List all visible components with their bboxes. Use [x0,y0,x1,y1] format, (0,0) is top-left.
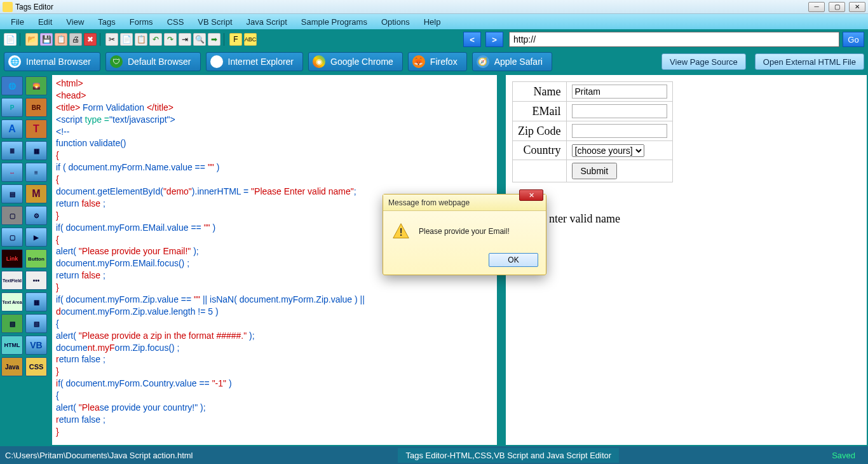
tool-grid2[interactable]: ▦ [25,292,47,311]
tool-img1[interactable]: ▧ [1,314,23,333]
tool-box[interactable]: ▢ [1,206,23,225]
nav-back-button[interactable]: < [463,32,481,47]
tool-t[interactable]: T [25,119,47,139]
tool-vb[interactable]: VB [25,336,47,355]
find-icon[interactable]: 🔍 [193,33,206,46]
indent-icon[interactable]: ⇥ [179,33,191,46]
maximize-button[interactable]: ▢ [829,2,845,12]
run-icon[interactable]: ➡ [208,33,220,46]
tool-br[interactable]: BR [25,98,47,117]
browser-safari[interactable]: 🧭Apple Safari [472,52,552,71]
close-button[interactable]: ✕ [849,2,865,12]
tool-play[interactable]: ▶ [25,228,47,247]
tool-image[interactable]: 🌄 [25,76,47,95]
dialog-title: Message from webpage [388,198,470,207]
cut-icon[interactable]: ✂ [105,33,118,46]
tool-button[interactable]: Button [25,249,47,268]
browser-firefox[interactable]: 🦊Firefox [408,52,467,71]
tool-p[interactable]: P [1,98,23,117]
warning-icon: ! [392,222,410,240]
window-title: Tags Editor [15,3,808,11]
chrome-icon: ◉ [313,55,325,68]
saveall-icon[interactable]: 📋 [55,33,67,46]
email-input[interactable] [572,104,667,118]
tool-table[interactable]: ▦ [25,141,47,160]
abc-icon[interactable]: ABC [244,33,257,46]
tool-html[interactable]: HTML [1,336,23,355]
status-path: C:\Users\Pritam\Documents\Java Script ac… [5,451,193,460]
browser-label: Apple Safari [494,57,543,67]
browser-chrome[interactable]: ◉Google Chrome [308,52,403,71]
name-input[interactable] [572,85,667,99]
dialog-ok-button[interactable]: OK [489,253,538,267]
nav-forward-button[interactable]: > [485,32,503,47]
undo-icon[interactable]: ↶ [149,33,162,46]
tool-dots[interactable]: ••• [25,271,47,290]
tool-gear[interactable]: ⚙ [25,206,47,225]
font-icon[interactable]: F [229,33,242,46]
open-external-button[interactable]: Open External HTML File [755,53,864,70]
print-icon[interactable]: 🖨 [69,33,82,46]
browser-label: Internet Explorer [228,57,294,67]
tool-hr[interactable]: ↔ [1,163,23,182]
menu-sample[interactable]: Sample Programs [294,15,374,29]
view-page-source-button[interactable]: View Page Source [661,53,746,70]
browser-default[interactable]: 🛡Default Browser [105,52,201,71]
menu-help[interactable]: Help [417,15,448,29]
tool-m[interactable]: M [25,184,47,203]
tool-a[interactable]: A [1,119,23,139]
save-icon[interactable]: 💾 [40,33,53,46]
menu-view[interactable]: View [59,15,91,29]
redo-icon[interactable]: ↷ [164,33,177,46]
minimize-button[interactable]: ─ [808,2,825,12]
tool-rows[interactable]: ▤ [1,184,23,203]
country-label: Country [513,141,567,160]
new-icon[interactable]: 📄 [4,33,17,46]
tool-list[interactable]: ≣ [1,141,23,160]
copy-icon[interactable]: 📄 [120,33,133,46]
menu-javascript[interactable]: Java Script [240,15,294,29]
menu-edit[interactable]: Edit [31,15,59,29]
globe-icon: 🌐 [8,55,21,68]
alert-dialog: Message from webpage ✕ ! Please provide … [383,194,546,275]
tool-textarea[interactable]: Text Area [1,292,23,311]
paste-icon[interactable]: 📋 [135,33,147,46]
menu-forms[interactable]: Forms [123,15,160,29]
menu-options[interactable]: Options [374,15,417,29]
demo-output: nter valid name [549,212,620,226]
left-toolbox: 🌐 🌄 P BR A T ≣ ▦ ↔ ≡ ▤ M ▢ ⚙ ▢ ▶ Link Bu… [0,74,51,446]
statusbar: C:\Users\Pritam\Documents\Java Script ac… [0,446,868,464]
go-button[interactable]: Go [843,32,864,47]
submit-button[interactable] [572,163,618,179]
menubar: File Edit View Tags Forms CSS VB Script … [0,14,868,29]
tool-css[interactable]: CSS [25,357,47,376]
open-icon[interactable]: 📂 [25,33,38,46]
menu-css[interactable]: CSS [160,15,191,29]
browser-label: Google Chrome [330,57,393,67]
tool-img2[interactable]: ▧ [25,314,47,333]
menu-tags[interactable]: Tags [91,15,122,29]
menu-vbscript[interactable]: VB Script [191,15,239,29]
delete-icon[interactable]: ✖ [84,33,97,46]
tool-java[interactable]: Java [1,357,23,376]
tool-textfield[interactable]: TextField [1,271,23,290]
firefox-icon: 🦊 [412,55,425,68]
url-input[interactable] [509,32,839,47]
menu-file[interactable]: File [4,15,31,29]
browser-ie[interactable]: eInternet Explorer [206,52,304,71]
svg-text:!: ! [399,227,402,238]
zip-label: Zip Code [513,121,567,141]
tool-panel[interactable]: ▢ [1,228,23,247]
country-select[interactable]: [choose yours] [572,144,644,157]
browser-internal[interactable]: 🌐Internal Browser [4,52,100,71]
zip-input[interactable] [572,124,667,138]
ie-icon: e [210,55,223,68]
dialog-close-button[interactable]: ✕ [519,189,543,201]
status-app: Tags Editor-HTML,CSS,VB Script and Java … [398,448,619,463]
browser-tabs: 🌐Internal Browser 🛡Default Browser eInte… [0,50,868,74]
form-table: Name EMail Zip Code Country[choose yours… [512,81,673,182]
tool-link[interactable]: Link [1,249,23,268]
tool-lines[interactable]: ≡ [25,163,47,182]
tool-globe[interactable]: 🌐 [1,76,23,95]
dialog-titlebar[interactable]: Message from webpage ✕ [383,194,546,211]
